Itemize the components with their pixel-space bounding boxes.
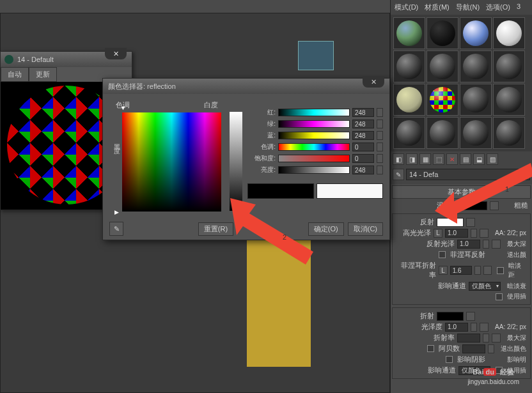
spinner[interactable]	[471, 229, 477, 238]
map-slot[interactable]	[492, 334, 501, 343]
refl-gloss-value[interactable]: 1.0	[457, 240, 480, 249]
material-slot[interactable]	[393, 17, 425, 49]
tab-auto[interactable]: 自动	[1, 67, 29, 82]
map-slot[interactable]	[492, 240, 501, 249]
lock-icon[interactable]: L	[434, 229, 442, 238]
delete-button[interactable]: ✕	[446, 153, 458, 165]
affect-channel-dropdown[interactable]: 仅颜色	[469, 282, 501, 291]
glossiness-value[interactable]: 1.0	[445, 323, 468, 332]
reflect-swatch[interactable]	[437, 218, 464, 227]
tool-button[interactable]: ⬚	[433, 153, 444, 165]
close-button[interactable]: ✕	[105, 48, 127, 59]
aa-label: AA: 2/2; px	[495, 229, 526, 236]
material-slot[interactable]	[460, 117, 492, 149]
brightness-slider[interactable]	[230, 112, 242, 211]
material-slot[interactable]	[393, 50, 425, 82]
blackness-label: 黑度	[112, 139, 121, 146]
tool-button[interactable]: ◨	[406, 153, 418, 165]
tool-button[interactable]: ▧	[487, 153, 498, 165]
menu-material[interactable]: 材质(M)	[422, 1, 452, 13]
menu-more[interactable]: 3	[514, 1, 523, 13]
spinner[interactable]	[377, 154, 383, 163]
eyedropper-button[interactable]: ✎	[109, 222, 123, 236]
cancel-button[interactable]: 取消(C)	[348, 222, 383, 236]
lock-icon[interactable]: L	[439, 266, 447, 275]
tool-button[interactable]: ▤	[460, 153, 471, 165]
map-slot[interactable]	[480, 323, 489, 332]
material-slot[interactable]	[493, 50, 525, 82]
sat-value[interactable]: 0	[352, 154, 374, 163]
hue-slider[interactable]	[278, 143, 350, 151]
spinner[interactable]	[377, 143, 383, 151]
material-slot[interactable]	[460, 84, 492, 116]
material-slot[interactable]	[393, 84, 425, 116]
blue-value[interactable]: 248	[352, 131, 374, 140]
reset-button[interactable]: 重置(R)	[198, 222, 233, 236]
abbe-checkbox[interactable]	[427, 345, 434, 352]
sat-slider[interactable]	[278, 155, 350, 162]
tab-update[interactable]: 更新	[29, 67, 57, 82]
hue-saturation-field[interactable]	[122, 112, 221, 212]
menu-mode[interactable]: 模式(D)	[392, 1, 421, 13]
menu-options[interactable]: 选项(O)	[483, 1, 513, 13]
whiteness-label: 白度	[204, 100, 218, 110]
spinner[interactable]	[483, 334, 489, 343]
refract-swatch[interactable]	[437, 312, 464, 321]
red-slider[interactable]	[278, 109, 350, 116]
refract-map-slot[interactable]	[466, 312, 475, 321]
eyedropper-icon[interactable]: ✎	[393, 169, 404, 180]
roughness-label: 粗糙	[514, 201, 528, 210]
diffuse-map-slot[interactable]	[490, 201, 499, 210]
material-slot[interactable]	[493, 84, 525, 116]
hilight-gloss-value[interactable]: 1.0	[445, 229, 468, 238]
material-slot[interactable]	[493, 17, 525, 49]
tool-button[interactable]: ⬓	[473, 153, 485, 165]
spinner[interactable]	[377, 108, 383, 117]
map-slot[interactable]	[480, 229, 489, 238]
val-slider[interactable]	[278, 166, 350, 174]
material-slot[interactable]	[393, 117, 425, 149]
spinner[interactable]	[488, 344, 494, 353]
material-slot[interactable]	[493, 117, 525, 149]
material-slot[interactable]	[426, 84, 458, 116]
spinner[interactable]	[471, 323, 477, 332]
menu-nav[interactable]: 导航(N)	[453, 1, 482, 13]
material-slot[interactable]	[426, 117, 458, 149]
red-value[interactable]: 248	[352, 108, 374, 117]
hilight-gloss-label: 高光光泽	[403, 228, 431, 238]
close-button[interactable]: ✕	[363, 76, 384, 88]
hue-value[interactable]: 0	[352, 143, 374, 151]
material-slot[interactable]	[460, 17, 492, 49]
green-slider[interactable]	[278, 120, 350, 128]
tool-button[interactable]: ▦	[419, 153, 431, 165]
menu-bar: 模式(D) 材质(M) 导航(N) 选项(O) 3	[391, 0, 532, 15]
ior-value[interactable]	[457, 334, 480, 343]
val-value[interactable]: 248	[352, 166, 374, 174]
dim-checkbox[interactable]	[497, 267, 504, 274]
material-slot[interactable]	[426, 17, 458, 49]
color-picker-dialog: ✕ 颜色选择器: reflection 黑度 色调 白度 红: 248 绿: 2…	[102, 78, 390, 240]
material-slot[interactable]	[426, 50, 458, 82]
spinner[interactable]	[474, 266, 481, 275]
spinner[interactable]	[483, 240, 489, 249]
reflect-map-slot[interactable]	[466, 218, 475, 227]
map-slot[interactable]	[483, 266, 492, 275]
spinner[interactable]	[377, 119, 383, 128]
section-basic[interactable]: 基本参数	[392, 185, 531, 199]
abbe-value[interactable]	[462, 344, 485, 353]
green-value[interactable]: 248	[352, 119, 374, 128]
material-editor-panel: 模式(D) 材质(M) 导航(N) 选项(O) 3 ◧ ◨ ▦ ⬚ ✕ ▤ ⬓ …	[390, 0, 532, 393]
fresnel-checkbox[interactable]	[439, 251, 446, 258]
spinner[interactable]	[377, 166, 383, 174]
fresnel-ior-value[interactable]: 1.6	[450, 266, 472, 275]
diffuse-swatch[interactable]	[460, 201, 487, 210]
material-name-field[interactable]: 14 - Defa	[406, 169, 530, 180]
blue-slider[interactable]	[278, 132, 350, 139]
spinner[interactable]	[377, 131, 383, 140]
ok-button[interactable]: 确定(O)	[308, 222, 344, 236]
interp-checkbox[interactable]	[496, 293, 503, 300]
material-slot[interactable]	[460, 50, 492, 82]
tool-button[interactable]: ◧	[393, 153, 404, 165]
affect-shadows-checkbox[interactable]	[446, 356, 453, 363]
affect-channel2-label: 影响通道	[428, 366, 456, 375]
